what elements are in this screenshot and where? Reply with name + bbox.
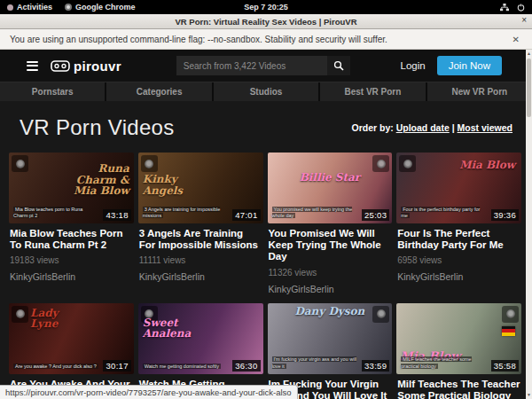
menu-icon[interactable] [27, 61, 38, 71]
video-title[interactable]: 3 Angels Are Training For Impossible Mis… [139, 228, 262, 251]
video-grid: Runa Charm & Mia Blow Mia Blow teaches p… [0, 153, 532, 399]
video-title[interactable]: Four Is The Perfect Birthday Party For M… [397, 228, 520, 251]
studio-watermark-icon [399, 155, 416, 172]
video-thumbnail[interactable]: Billie Star You promised we will keep tr… [268, 153, 393, 223]
logo-text: pirouvr [74, 59, 121, 74]
duration-badge: 43:18 [103, 209, 130, 221]
order-by-label: Order by: [351, 122, 393, 133]
video-card[interactable]: Kinky Angels 3 Angels are training for i… [138, 153, 263, 294]
thumb-caption: I'm fucking your virgin ass and you will… [272, 356, 357, 370]
order-by: Order by: Upload date | Most viewed [351, 122, 518, 133]
scroll-up-icon[interactable]: ▲ [527, 50, 531, 58]
chrome-icon [65, 4, 72, 11]
infobar-message: You are using an unsupported command-lin… [10, 35, 387, 44]
video-studio-link[interactable]: KinkyGirlsBerlin [397, 271, 520, 282]
duration-badge: 33:59 [362, 360, 389, 372]
site-logo[interactable]: pirouvr [51, 59, 121, 74]
video-thumbnail[interactable]: Mia Blow MILF teaches the teacher some p… [396, 303, 521, 374]
studio-watermark-icon [141, 155, 158, 172]
nav-item-best-vr-porn[interactable]: Best VR Porn [320, 82, 425, 101]
video-views: 19183 views [10, 255, 133, 265]
thumb-caption: Watch me getting dominated softly [143, 364, 228, 371]
duration-badge: 47:01 [232, 209, 260, 221]
search-input[interactable] [176, 56, 327, 75]
video-studio-link[interactable]: KinkyGirlsBerlin [269, 284, 392, 294]
thumb-overlay-title: Sweet Analena [143, 317, 217, 340]
studio-watermark-icon [502, 306, 519, 323]
video-views: 11326 views [269, 268, 392, 278]
system-top-bar: Activities Google Chrome Sep 7 20:25 [0, 0, 532, 14]
scrollbar-thumb[interactable] [527, 59, 531, 117]
video-title[interactable]: Mia Blow Teaches Porn To Runa Charm Pt 2 [10, 228, 133, 251]
studio-watermark-icon [12, 306, 28, 323]
window-close-icon[interactable]: × [521, 15, 527, 25]
order-upload-date-link[interactable]: Upload date [396, 122, 450, 133]
thumb-overlay-title: Mia Blow [450, 160, 515, 171]
nav-item-studios[interactable]: Studios [214, 82, 318, 101]
thumb-overlay-title: Billie Star [268, 172, 393, 184]
search-button[interactable] [327, 56, 350, 75]
nav-item-pornstars[interactable]: Pornstars [0, 82, 105, 101]
thumb-caption: You promised we will keep trying the who… [272, 207, 357, 220]
video-thumbnail[interactable]: Lady Lyne Are you awake ? And your dick … [9, 303, 134, 374]
app-menu-button[interactable]: Google Chrome [65, 3, 136, 12]
chrome-infobar: You are using an unsupported command-lin… [0, 29, 532, 50]
thumb-overlay-title: Kinky Angels [143, 174, 200, 196]
video-card[interactable]: Runa Charm & Mia Blow Mia Blow teaches p… [9, 153, 134, 294]
join-now-button[interactable]: Join Now [437, 56, 502, 75]
search-bar [176, 56, 350, 75]
video-thumbnail[interactable]: Sweet Analena Watch me getting dominated… [138, 303, 263, 374]
thumb-caption: 3 Angels are training for impossible mis… [143, 207, 228, 220]
activities-icon [7, 4, 13, 11]
video-card[interactable]: Billie Star You promised we will keep tr… [268, 153, 393, 294]
video-card[interactable]: Mia Blow MILF teaches the teacher some p… [396, 303, 521, 399]
video-thumbnail[interactable]: Kinky Angels 3 Angels are training for i… [138, 153, 263, 223]
video-title[interactable]: Milf Teaches The Teacher Some Practical … [397, 379, 520, 399]
order-most-viewed-link[interactable]: Most viewed [458, 122, 512, 133]
duration-badge: 36:30 [232, 360, 260, 372]
thumb-caption: MILF teaches the teacher some practical … [401, 356, 486, 370]
status-url: https://pirouvr.com/vr-porn-video/779325… [5, 387, 292, 397]
video-card[interactable]: Mia Blow Four is the perfect birthday pa… [396, 153, 521, 294]
video-studio-link[interactable]: KinkyGirlsBerlin [10, 271, 133, 282]
clock[interactable]: Sep 7 20:25 [244, 0, 288, 14]
window-titlebar[interactable]: VR Porn: Virtual Reality Sex Videos | Pi… [0, 14, 532, 29]
thumb-overlay-title: Lady Lyne [30, 308, 82, 330]
video-views: 6958 views [397, 255, 520, 265]
video-title[interactable]: You Promised We Will Keep Trying The Who… [269, 228, 392, 263]
thumb-overlay-title: Runa Charm & Mia Blow [71, 163, 129, 197]
video-thumbnail[interactable]: Runa Charm & Mia Blow Mia Blow teaches p… [9, 153, 134, 223]
duration-badge: 25:03 [362, 209, 389, 221]
app-menu-label: Google Chrome [75, 3, 136, 12]
studio-watermark-icon [372, 155, 389, 172]
thumb-overlay-title: Dany Dyson [268, 306, 393, 317]
nav-item-categories[interactable]: Categories [106, 82, 211, 101]
page-head: VR Porn Videos Order by: Upload date | M… [0, 101, 532, 153]
window-title: VR Porn: Virtual Reality Sex Videos | Pi… [0, 17, 532, 27]
activities-button[interactable]: Activities [7, 3, 52, 12]
nav-item-new-vr-porn[interactable]: New VR Porn [427, 82, 532, 101]
network-icon[interactable] [500, 4, 509, 12]
main-nav: Pornstars Categories Studios Best VR Por… [0, 82, 532, 101]
german-flag [502, 326, 515, 336]
duration-badge: 39:36 [491, 209, 519, 221]
video-thumbnail[interactable]: Mia Blow Four is the perfect birthday pa… [396, 153, 521, 223]
video-thumbnail[interactable]: Dany Dyson I'm fucking your virgin ass a… [268, 303, 393, 374]
scrollbar[interactable]: ▲ ▼ [526, 50, 532, 399]
activities-label: Activities [17, 3, 52, 12]
thumb-caption: Mia Blow teaches porn to Runa Charm pt 2 [13, 207, 98, 220]
thumb-caption: Are you awake ? And your dick also ? [13, 364, 98, 371]
scroll-down-icon[interactable]: ▼ [527, 391, 531, 399]
link-status-bar: https://pirouvr.com/vr-porn-video/779325… [0, 385, 298, 399]
power-icon[interactable] [517, 4, 525, 12]
site-header: pirouvr Login Join Now [0, 50, 532, 82]
order-separator: | [452, 122, 455, 133]
duration-badge: 35:58 [491, 360, 519, 372]
search-icon [333, 60, 344, 71]
video-studio-link[interactable]: KinkyGirlsBerlin [139, 271, 262, 282]
login-link[interactable]: Login [401, 60, 426, 71]
infobar-close-icon[interactable]: ✕ [510, 35, 522, 44]
web-page: pirouvr Login Join Now Pornstars Categor… [0, 50, 532, 399]
video-views: 11111 views [139, 255, 262, 265]
thumb-caption: Four is the perfect birthday party for m… [401, 207, 486, 220]
